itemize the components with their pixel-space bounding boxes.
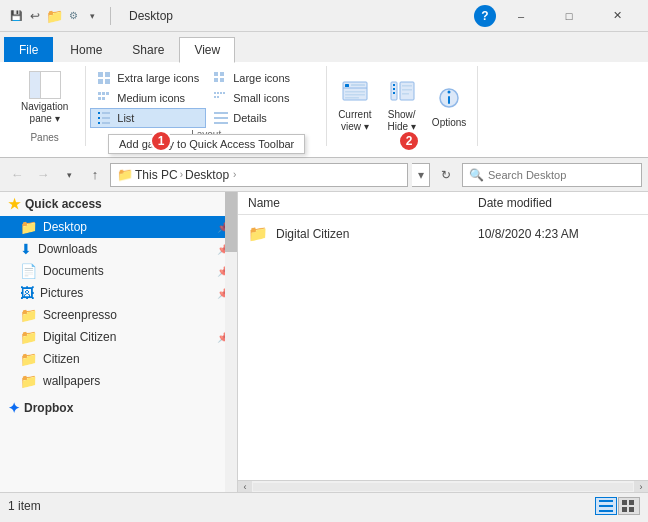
search-input[interactable] <box>488 169 635 181</box>
sidebar-item-digital-citizen[interactable]: 📁 Digital Citizen 📌 <box>0 326 237 348</box>
tab-home[interactable]: Home <box>55 37 117 62</box>
path-sep-1: › <box>180 169 183 180</box>
current-view-button[interactable]: Currentview ▾ <box>331 66 378 146</box>
view-toggle-large-icons[interactable] <box>618 497 640 515</box>
svg-rect-49 <box>622 500 627 505</box>
badge-2: 2 <box>398 130 420 152</box>
path-part-desktop[interactable]: Desktop › <box>185 168 236 182</box>
sidebar-item-downloads[interactable]: ⬇ Downloads 📌 <box>0 238 237 260</box>
tab-view[interactable]: View <box>179 37 235 63</box>
search-box[interactable]: 🔍 <box>462 163 642 187</box>
svg-rect-11 <box>98 97 101 100</box>
svg-rect-38 <box>393 88 395 90</box>
sidebar-scrollbar[interactable] <box>225 192 237 492</box>
ribbon-tabs: File Home Share View <box>0 32 648 62</box>
col-date-header[interactable]: Date modified <box>478 196 638 210</box>
medium-icon <box>97 91 113 105</box>
navigation-pane-button[interactable]: Navigationpane ▾ <box>12 66 77 130</box>
svg-rect-8 <box>98 92 101 95</box>
layout-btn-extra-large[interactable]: Extra large icons <box>90 68 206 88</box>
svg-rect-37 <box>393 84 395 86</box>
tab-file[interactable]: File <box>4 37 53 62</box>
tab-share[interactable]: Share <box>117 37 179 62</box>
sidebar-item-citizen[interactable]: 📁 Citizen <box>0 348 237 370</box>
gear-icon[interactable]: ⚙ <box>65 8 81 24</box>
star-icon: ★ <box>8 196 21 212</box>
layout-btn-small[interactable]: Small icons <box>206 88 322 108</box>
list-icon <box>97 111 113 125</box>
svg-rect-50 <box>629 500 634 505</box>
path-folder-icon: 📁 <box>117 167 133 182</box>
svg-rect-26 <box>214 117 228 119</box>
options-button[interactable]: Options <box>425 66 473 146</box>
svg-rect-4 <box>214 72 218 76</box>
sidebar-item-desktop[interactable]: 📁 Desktop 📌 <box>0 216 237 238</box>
svg-rect-48 <box>599 510 613 512</box>
svg-rect-7 <box>220 78 224 82</box>
svg-rect-16 <box>223 92 225 94</box>
sidebar-item-screenpresso[interactable]: 📁 Screenpresso <box>0 304 237 326</box>
undo-icon[interactable]: ↩ <box>27 8 43 24</box>
svg-rect-3 <box>105 79 110 84</box>
svg-rect-15 <box>220 92 222 94</box>
minimize-button[interactable]: – <box>498 0 544 32</box>
panes-content: Navigationpane ▾ <box>12 66 77 130</box>
hscroll-right-button[interactable]: › <box>634 481 648 493</box>
svg-rect-20 <box>102 112 110 114</box>
forward-button[interactable]: → <box>32 164 54 186</box>
dropbox-icon: ✦ <box>8 400 20 416</box>
table-row[interactable]: 📁 Digital Citizen 10/8/2020 4:23 AM <box>238 219 648 248</box>
status-item-count: 1 item <box>8 499 41 513</box>
details-icon <box>213 111 229 125</box>
layout-btn-list[interactable]: List <box>90 108 206 128</box>
path-part-thispc[interactable]: This PC › <box>135 168 183 182</box>
show-hide-icon <box>388 80 416 109</box>
status-bar: 1 item <box>0 492 648 518</box>
dropdown-icon[interactable]: ▾ <box>84 8 100 24</box>
window-title: Desktop <box>129 9 173 23</box>
view-toggle-details[interactable] <box>595 497 617 515</box>
layout-btn-large[interactable]: Large icons <box>206 68 322 88</box>
save-icon[interactable]: 💾 <box>8 8 24 24</box>
layout-btn-medium[interactable]: Medium icons <box>90 88 206 108</box>
folder-icon[interactable]: 📁 <box>46 8 62 24</box>
address-dropdown[interactable]: ▾ <box>412 163 430 187</box>
back-button[interactable]: ← <box>6 164 28 186</box>
add-gallery-tooltip: Add gallery to Quick Access Toolbar <box>108 134 305 154</box>
svg-rect-25 <box>214 112 228 114</box>
help-icon[interactable]: ? <box>474 5 496 27</box>
hscroll-left-button[interactable]: ‹ <box>238 481 252 493</box>
sidebar: ★ Quick access 📁 Desktop 📌 ⬇ Downloads 📌… <box>0 192 238 492</box>
svg-rect-39 <box>393 92 395 94</box>
sidebar-scroll-thumb[interactable] <box>225 192 237 252</box>
title-bar-left: 💾 ↩ 📁 ⚙ ▾ Desktop <box>8 7 173 25</box>
up-button[interactable]: ↑ <box>84 164 106 186</box>
title-bar: 💾 ↩ 📁 ⚙ ▾ Desktop ? – □ ✕ <box>0 0 648 32</box>
file-row-date: 10/8/2020 4:23 AM <box>478 227 638 241</box>
hscroll-track[interactable] <box>253 483 633 491</box>
svg-rect-30 <box>345 84 349 87</box>
svg-rect-34 <box>345 97 359 99</box>
close-button[interactable]: ✕ <box>594 0 640 32</box>
layout-buttons: Extra large icons Large icons <box>90 68 322 128</box>
sidebar-item-pictures[interactable]: 🖼 Pictures 📌 <box>0 282 237 304</box>
maximize-button[interactable]: □ <box>546 0 592 32</box>
nav-pane-icon <box>29 71 61 99</box>
layout-label-medium: Medium icons <box>117 92 185 104</box>
address-path[interactable]: 📁 This PC › Desktop › <box>110 163 408 187</box>
file-hscrollbar[interactable]: ‹ › <box>238 480 648 492</box>
refresh-button[interactable]: ↻ <box>434 163 458 187</box>
layout-label-large: Large icons <box>233 72 290 84</box>
layout-btn-details[interactable]: Details <box>206 108 322 128</box>
sidebar-item-wallpapers[interactable]: 📁 wallpapers <box>0 370 237 392</box>
svg-rect-40 <box>402 85 412 87</box>
ribbon-content: Navigationpane ▾ Panes Extra <box>0 62 648 158</box>
wallpapers-icon: 📁 <box>20 373 37 389</box>
svg-rect-42 <box>402 93 409 95</box>
svg-rect-23 <box>98 122 100 124</box>
sidebar-item-documents[interactable]: 📄 Documents 📌 <box>0 260 237 282</box>
col-name-header[interactable]: Name <box>248 196 478 210</box>
badge-1: 1 <box>150 130 172 152</box>
recent-button[interactable]: ▾ <box>58 164 80 186</box>
extra-large-icon <box>97 71 113 85</box>
